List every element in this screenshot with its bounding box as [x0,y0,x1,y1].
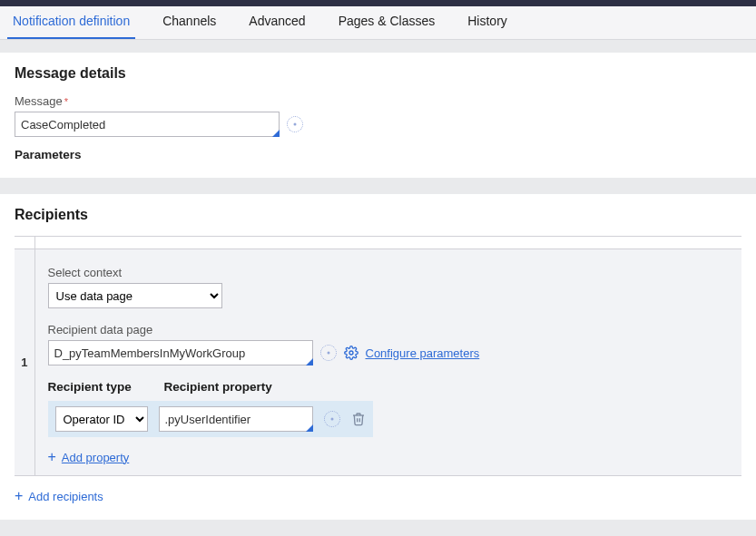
tab-history[interactable]: History [462,6,513,39]
message-details-panel: Message details Message* Parameters [0,53,756,178]
recipients-table: 1 Select context Use data page [15,236,741,476]
recipient-data-page-label: Recipient data page [48,323,730,336]
add-property-link[interactable]: + Add property [48,450,130,464]
target-icon[interactable] [324,411,340,427]
property-row: Operator ID [48,401,373,437]
trash-icon[interactable] [351,411,366,427]
plus-icon: + [48,450,56,464]
tab-notification-definition[interactable]: Notification definition [7,6,135,39]
gear-icon[interactable] [344,346,358,360]
recipient-type-dropdown[interactable]: Operator ID [55,406,148,432]
tabs-bar: Notification definition Channels Advance… [0,6,756,40]
tab-advanced[interactable]: Advanced [243,6,310,39]
tab-channels[interactable]: Channels [157,6,221,39]
target-icon[interactable] [320,345,337,361]
select-context-label: Select context [48,266,730,279]
table-header-index [15,237,34,249]
svg-point-0 [349,351,353,355]
configure-parameters-link[interactable]: Configure parameters [366,346,480,360]
parameters-label: Parameters [15,148,741,161]
target-icon[interactable] [287,116,303,132]
recipients-panel: Recipients 1 Select conte [0,194,756,520]
plus-icon: + [15,489,23,503]
recipients-title: Recipients [0,207,756,236]
recipient-data-page-input[interactable] [48,340,313,365]
select-context-dropdown[interactable]: Use data page [48,283,222,308]
tab-pages-classes[interactable]: Pages & Classes [333,6,441,39]
required-star-icon: * [64,96,68,107]
recipient-property-input[interactable] [159,406,313,432]
message-input[interactable] [15,112,280,137]
column-header-recipient-property: Recipient property [164,380,272,394]
column-header-recipient-type: Recipient type [48,380,146,394]
add-recipients-link[interactable]: + Add recipients [15,489,103,503]
message-field-label: Message* [15,94,741,108]
row-index: 1 [15,249,34,476]
message-details-title: Message details [15,65,741,82]
recipients-row: 1 Select context Use data page [15,249,741,476]
app-header-bar [0,0,756,6]
table-header-blank [34,237,741,249]
